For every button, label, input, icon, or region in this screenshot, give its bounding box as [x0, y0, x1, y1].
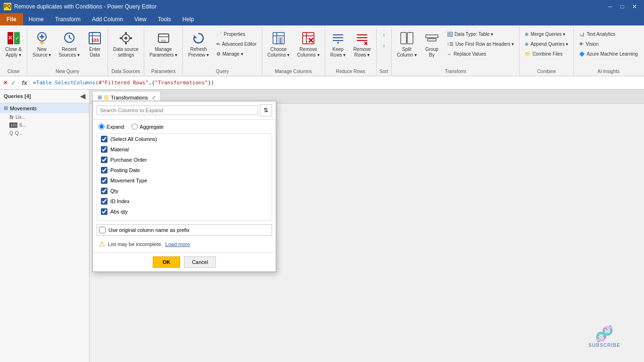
advanced-editor-button[interactable]: ✏ Advanced Editor [213, 39, 260, 49]
menu-file[interactable]: File [0, 13, 23, 25]
ai-small-buttons: 📊 Text Analytics 👁 Vision 🔷 Azure Machin… [576, 28, 641, 58]
cancel-button[interactable]: Cancel [184, 256, 216, 268]
col-item-purchase-order[interactable]: Purchase Order [97, 155, 272, 165]
formula-check-icon[interactable]: ✓ [11, 79, 16, 86]
formula-paren-open: ( [95, 80, 99, 86]
remove-rows-label: RemoveRows ▾ [353, 47, 371, 58]
ribbon-group-ai-insights: 📊 Text Analytics 👁 Vision 🔷 Azure Machin… [574, 27, 643, 76]
col-label-abs-qty: Abs qty [110, 209, 128, 214]
sidebar-sub-item-1[interactable]: fx Lix... [0, 113, 89, 121]
aggregate-radio-label[interactable]: Aggregate [132, 123, 164, 130]
col-item-abs-qty[interactable]: Abs qty [97, 206, 272, 217]
sidebar-collapse-button[interactable]: ◀ [80, 92, 85, 100]
main-area: Queries [4] ◀ ⊞ Movements fx Lix... 123 … [0, 90, 644, 362]
popup-prefix-row: Use original column name as prefix [97, 224, 272, 236]
svg-rect-18 [125, 42, 127, 44]
minimize-button[interactable]: ─ [604, 2, 616, 11]
table-tab-expand-icon[interactable]: ⤢ [152, 95, 156, 100]
combine-files-label: Combine Files [532, 51, 562, 57]
choose-columns-button[interactable]: ChooseColumns ▾ [264, 28, 293, 62]
sidebar-sub-item-2[interactable]: 123 6... [0, 121, 89, 129]
col-item-qty[interactable]: Qty [97, 186, 272, 196]
azure-ml-button[interactable]: 🔷 Azure Machine Learning [576, 49, 641, 58]
col-item-posting-date[interactable]: Posting Date [97, 165, 272, 175]
group-by-button[interactable]: GroupBy [421, 28, 443, 62]
merge-queries-button[interactable]: ⊕ Merge Queries ▾ [521, 29, 571, 39]
replace-values-button[interactable]: ↔ Replace Values [444, 49, 517, 58]
menu-add-column[interactable]: Add Column [86, 13, 129, 25]
manage-parameters-button[interactable]: {p} ManageParameters ▾ [146, 28, 181, 62]
vision-button[interactable]: 👁 Vision [576, 39, 641, 49]
col-item-material[interactable]: Material [97, 144, 272, 155]
col-checkbox-movement-type[interactable] [101, 177, 107, 184]
col-checkbox-qty[interactable] [101, 188, 107, 194]
search-columns-input[interactable] [97, 106, 258, 115]
title-bar: PQ Remove duplicates with Conditions - P… [0, 0, 644, 13]
col-label-qty: Qty [110, 188, 118, 194]
col-label-posting-date: Posting Date [110, 167, 140, 173]
col-item-movement-type[interactable]: Movement Type [97, 175, 272, 186]
recent-sources-button[interactable]: RecentSources ▾ [55, 28, 83, 62]
menu-home[interactable]: Home [23, 13, 50, 25]
use-first-row-button[interactable]: ↑☰ Use First Row as Headers ▾ [444, 39, 517, 49]
refresh-preview-button[interactable]: RefreshPreview ▾ [185, 28, 212, 62]
remove-columns-button[interactable]: RemoveColumns ▾ [294, 28, 322, 62]
data-type-button[interactable]: 🔢 Data Type: Table ▾ [444, 29, 517, 39]
sidebar-sub-item-3[interactable]: Q Q... [0, 129, 89, 137]
formula-filtered-rows: #"Filtered Rows" [99, 80, 149, 86]
split-column-button[interactable]: SplitColumn ▾ [394, 28, 420, 62]
col-checkbox-purchase-order[interactable] [101, 156, 107, 163]
append-queries-label: Append Queries ▾ [530, 41, 568, 47]
close-apply-button[interactable]: ✕ ✓ Close &Apply ▾ [2, 28, 25, 62]
ribbon-group-combine-label: Combine [521, 67, 571, 75]
properties-button[interactable]: 📄 Properties [213, 29, 260, 39]
aggregate-radio[interactable] [132, 123, 138, 130]
combine-files-button[interactable]: 📁 Combine Files [521, 49, 571, 58]
use-first-row-icon: ↑☰ [447, 41, 454, 47]
keep-rows-button[interactable]: KeepRows ▾ [327, 28, 349, 62]
sidebar-header: Queries [4] ◀ [0, 90, 89, 103]
menu-view[interactable]: View [129, 13, 152, 25]
col-checkbox-material[interactable] [101, 146, 107, 153]
sub1-label: Lix... [16, 115, 25, 120]
text-analytics-button[interactable]: 📊 Text Analytics [576, 29, 641, 39]
advanced-editor-label: Advanced Editor [222, 41, 256, 47]
maximize-button[interactable]: □ [617, 2, 628, 11]
menu-transform[interactable]: Transform [50, 13, 86, 25]
expand-radio-label[interactable]: Expand [99, 123, 124, 130]
text-analytics-icon: 📊 [579, 32, 585, 37]
append-queries-button[interactable]: ⊕ Append Queries ▾ [521, 39, 571, 49]
sort-asc-button[interactable]: ↑ [380, 30, 388, 40]
data-source-settings-button[interactable]: Data sourcesettings [110, 28, 142, 62]
popup-buttons: OK Cancel [93, 252, 276, 272]
menu-tools[interactable]: Tools [152, 13, 177, 25]
sidebar-title: Queries [4] [4, 93, 31, 99]
prefix-checkbox[interactable] [99, 227, 106, 233]
col-item-id-index[interactable]: ID Index [97, 196, 272, 206]
prefix-label: Use original column name as prefix [108, 227, 190, 233]
load-more-link[interactable]: Load more [165, 241, 190, 247]
col-label-purchase-order: Purchase Order [110, 157, 147, 163]
remove-rows-button[interactable]: RemoveRows ▾ [350, 28, 374, 62]
expand-radio[interactable] [99, 123, 105, 130]
manage-label: Manage ▾ [223, 51, 243, 57]
col-checkbox-posting-date[interactable] [101, 167, 107, 173]
sort-columns-button[interactable]: ⇅ [260, 104, 272, 116]
formula-cross-icon[interactable]: ✕ [3, 79, 8, 86]
sort-desc-button[interactable]: ↓ [380, 41, 388, 50]
menu-help[interactable]: Help [177, 13, 200, 25]
ok-button[interactable]: OK [153, 256, 181, 268]
sidebar-item-movements[interactable]: ⊞ Movements [0, 103, 89, 113]
data-type-icon: 🔢 [447, 32, 453, 37]
refresh-preview-label: RefreshPreview ▾ [188, 47, 208, 58]
enter-data-button[interactable]: 123 EnterData [84, 28, 106, 62]
col-item-select-all[interactable]: (Select All Columns) [97, 134, 272, 144]
col-checkbox-id-index[interactable] [101, 198, 107, 205]
close-button[interactable]: ✕ [629, 2, 640, 11]
new-source-button[interactable]: NewSource ▾ [29, 28, 54, 62]
col-checkbox-select-all[interactable] [101, 136, 107, 142]
svg-line-10 [69, 38, 72, 39]
replace-values-icon: ↔ [447, 51, 452, 57]
col-checkbox-abs-qty[interactable] [101, 208, 107, 215]
manage-button[interactable]: ⚙ Manage ▾ [213, 49, 260, 58]
